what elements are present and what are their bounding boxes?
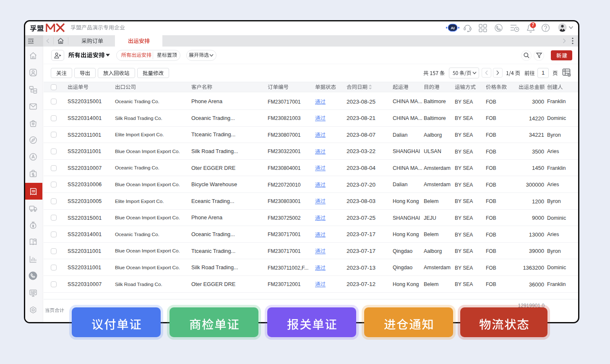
svg-text:7: 7 xyxy=(532,23,534,27)
svg-text:AI: AI xyxy=(451,26,455,30)
